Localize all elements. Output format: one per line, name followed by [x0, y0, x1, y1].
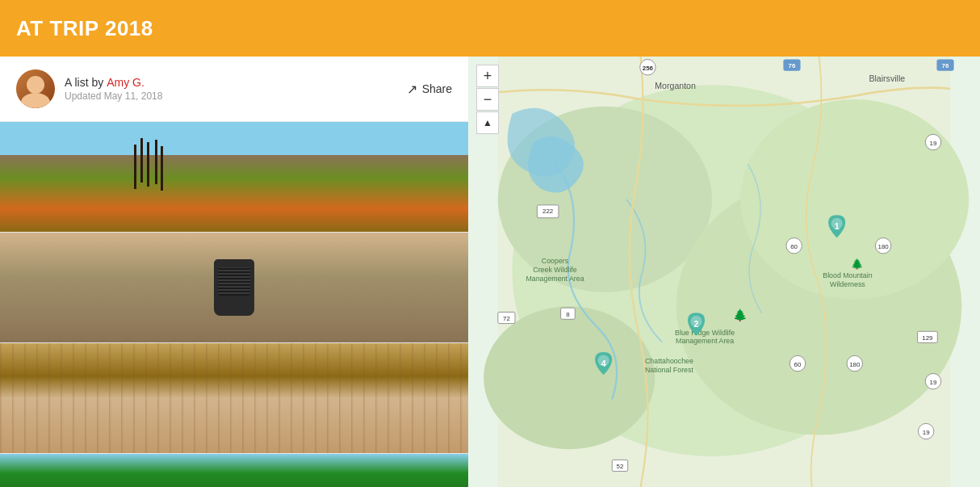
avatar-image: [16, 69, 55, 108]
svg-text:60: 60: [794, 361, 802, 368]
svg-text:60: 60: [790, 243, 798, 250]
header: AT TRIP 2018: [0, 0, 980, 57]
svg-text:129: 129: [922, 334, 933, 342]
place-thumb-3: [0, 343, 468, 453]
svg-text:76: 76: [942, 62, 949, 69]
share-icon: ↗: [407, 82, 417, 97]
svg-text:180: 180: [849, 361, 861, 368]
svg-text:72: 72: [503, 315, 510, 322]
place-thumb-1: [0, 122, 468, 232]
svg-text:1: 1: [835, 221, 840, 231]
by-label: A list by: [65, 76, 107, 89]
zoom-out-button[interactable]: −: [476, 88, 499, 111]
share-button[interactable]: ↗ Share: [407, 82, 452, 97]
map-controls: + − ▲: [476, 65, 499, 134]
author-link[interactable]: Amy G.: [107, 76, 144, 89]
list-meta-left: A list by Amy G. Updated May 11, 2018: [16, 69, 162, 108]
svg-text:🌲: 🌲: [733, 308, 748, 322]
main-layout: A list by Amy G. Updated May 11, 2018 ↗ …: [0, 57, 980, 487]
svg-text:256: 256: [643, 65, 654, 72]
svg-text:National Forest: National Forest: [645, 366, 693, 374]
page-title: AT TRIP 2018: [16, 16, 153, 41]
place-thumb-4: [0, 454, 468, 487]
svg-text:Management Area: Management Area: [676, 337, 734, 345]
svg-text:19: 19: [923, 429, 930, 436]
svg-text:2: 2: [694, 319, 699, 329]
meta-updated: Updated May 11, 2018: [65, 90, 162, 102]
meta-by: A list by Amy G.: [65, 76, 162, 89]
map-svg: 76 76 256 60 180 60 180 Morganton Blairs…: [468, 57, 980, 487]
svg-text:Blue Ridge Wildlife: Blue Ridge Wildlife: [675, 329, 735, 337]
svg-text:Wilderness: Wilderness: [830, 280, 865, 288]
svg-text:Blairsville: Blairsville: [869, 73, 905, 83]
north-button[interactable]: ▲: [476, 111, 499, 134]
place-item-2: 2. Horse Gap 🔖 Save to List ★ ★ ★ ★: [0, 233, 468, 343]
map-container[interactable]: 76 76 256 60 180 60 180 Morganton Blairs…: [468, 57, 980, 487]
avatar: [16, 69, 55, 108]
place-thumb-2: [0, 233, 468, 342]
place-item-4: 4. Springer Mountain Shelter: [0, 454, 468, 487]
svg-text:Morganton: Morganton: [655, 81, 696, 90]
svg-text:19: 19: [930, 140, 937, 147]
meta-text: A list by Amy G. Updated May 11, 2018: [65, 76, 162, 102]
place-item-1: 1. Neels Gap 🔖 Save to List ★ ★ ★ ★: [0, 122, 468, 233]
svg-text:8: 8: [566, 311, 570, 318]
walkie-talkie-image: [214, 259, 254, 316]
svg-text:🌲: 🌲: [851, 258, 864, 271]
svg-text:180: 180: [877, 243, 889, 250]
place-item-3: 3. Low Gap 🔖 Save to List ★ ★ ★ ★ ★: [0, 343, 468, 454]
svg-point-4: [484, 306, 655, 449]
share-label: Share: [422, 82, 452, 95]
svg-text:52: 52: [617, 463, 624, 470]
svg-text:Creek Wildlife: Creek Wildlife: [533, 266, 577, 274]
svg-text:4: 4: [601, 359, 606, 368]
svg-text:Management Area: Management Area: [526, 275, 584, 283]
zoom-in-button[interactable]: +: [476, 65, 499, 87]
svg-text:76: 76: [789, 62, 796, 69]
sidebar: A list by Amy G. Updated May 11, 2018 ↗ …: [0, 57, 468, 487]
svg-text:19: 19: [930, 379, 937, 386]
svg-text:222: 222: [542, 208, 554, 215]
list-meta: A list by Amy G. Updated May 11, 2018 ↗ …: [0, 57, 468, 122]
svg-text:Coopers: Coopers: [542, 257, 569, 265]
svg-text:Blood Mountain: Blood Mountain: [823, 271, 872, 279]
svg-text:Chattahoochee: Chattahoochee: [645, 357, 693, 365]
